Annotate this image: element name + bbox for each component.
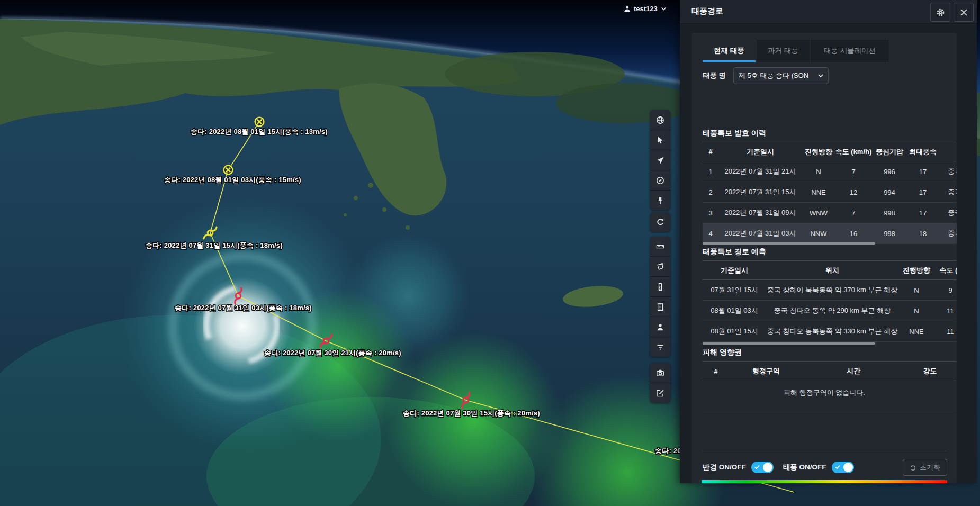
typhoon-select[interactable]: 제 5호 태풍 송다 (SON (733, 67, 829, 84)
tab-bar: 현재 태풍 과거 태풍 태풍 시뮬레이션 (703, 40, 889, 62)
navigation-icon (656, 156, 664, 165)
storm-label: 송다: 2022년 07월 30일 15시(풍속 : 20m/s) (403, 409, 540, 417)
history-table[interactable]: # 기준일시 진행방향 속도 (km/h) 중심기압 최대풍속 12022년 0… (703, 142, 957, 244)
pin-button[interactable] (650, 191, 670, 210)
storm-label: 송다: 2022년 07월 31일 03시(풍속 : 18m/s) (175, 304, 312, 312)
table-row[interactable]: 32022년 07월 31일 09시WNW799817중국 (703, 203, 957, 223)
filter-button[interactable] (650, 337, 670, 357)
filter-icon (656, 343, 664, 351)
radius-toggle[interactable] (751, 462, 774, 473)
panel-content: 현재 태풍 과거 태풍 태풍 시뮬레이션 태풍 명 제 5호 태풍 송다 (SO… (692, 33, 957, 483)
typhoon-name-label: 태풍 명 (703, 71, 733, 80)
polygon-measure-icon (656, 263, 664, 271)
settings-button[interactable] (930, 3, 950, 22)
typhoon-toggle-label: 태풍 ON/OFF (783, 463, 826, 472)
compass-icon (656, 176, 664, 185)
chevron-down-icon (661, 7, 667, 11)
damage-empty-message: 피해 행정구역이 없습니다. (692, 388, 957, 397)
storm-label: 송다: 2022년 08월 01일 15시(풍속 : 13m/s) (191, 128, 328, 135)
cursor-button[interactable] (650, 130, 670, 150)
map-toolbar-group-3 (650, 237, 670, 357)
building-icon (656, 303, 664, 311)
reset-button[interactable]: 초기화 (903, 459, 947, 476)
table-row-selected[interactable]: 42022년 07월 31일 03시NNW1699818중국 (703, 223, 957, 244)
storm-label: 송다: 20 (655, 447, 681, 455)
table-row[interactable]: 08월 01일 03시중국 칭다오 동쪽 약 290 km 부근 해상N11 (703, 301, 957, 321)
ruler-horizontal-button[interactable] (650, 237, 670, 257)
person-button[interactable] (650, 317, 670, 337)
person-icon (656, 323, 664, 331)
forecast-table[interactable]: 기준일시 위치 진행방향 속도 (k 07월 31일 15시중국 상하이 북북동… (703, 260, 957, 342)
refresh-icon (656, 218, 664, 227)
wind-speed-gradient (702, 480, 947, 483)
storm-label: 송다: 2022년 08월 01일 03시(풍속 : 15m/s) (164, 176, 301, 184)
user-icon (624, 5, 631, 12)
building-button[interactable] (650, 297, 670, 317)
panel-header: 태풍경로 (680, 0, 977, 24)
tab-past-typhoon[interactable]: 과거 태풍 (757, 40, 810, 62)
active-tab-underline (703, 60, 756, 62)
close-button[interactable] (954, 3, 974, 22)
panel-title: 태풍경로 (691, 6, 723, 16)
table-row[interactable]: 08월 01일 15시중국 칭다오 동북동쪽 약 330 km 부근 해상NNE… (703, 321, 957, 342)
table-row[interactable]: 07월 31일 15시중국 상하이 북북동쪽 약 370 km 부근 해상N9 (703, 280, 957, 301)
map-toolbar-group-2 (650, 212, 670, 232)
history-section-title: 태풍특보 발효 이력 (703, 129, 766, 138)
polygon-measure-button[interactable] (650, 257, 670, 277)
globe-icon (656, 116, 664, 124)
layer-controls: 반경 ON/OFF 태풍 ON/OFF 초기화 (703, 459, 947, 476)
user-menu[interactable]: test123 (624, 5, 667, 13)
ruler-vertical-button[interactable] (650, 277, 670, 297)
cursor-icon (656, 136, 664, 144)
check-icon (754, 465, 760, 469)
map-toolbar-group-1 (650, 110, 670, 210)
ruler-vertical-icon (656, 283, 664, 291)
forecast-scrollbar[interactable] (703, 342, 875, 345)
history-scrollbar[interactable] (703, 242, 875, 245)
camera-button[interactable] (650, 363, 670, 383)
storm-label: 송다: 2022년 07월 31일 15시(풍속 : 18m/s) (146, 241, 283, 249)
compass-button[interactable] (650, 170, 670, 191)
damage-table: # 행정구역 시간 강도 (703, 361, 957, 381)
radius-toggle-label: 반경 ON/OFF (703, 463, 746, 472)
map-toolbar-group-4 (650, 363, 670, 403)
refresh-button[interactable] (650, 212, 670, 232)
typhoon-toggle[interactable] (832, 462, 854, 473)
typhoon-path-panel: 태풍경로 현재 태풍 과거 태풍 태풍 시뮬레이션 태풍 명 제 5호 태 (680, 0, 977, 483)
storm-cloud (194, 277, 291, 375)
forecast-section-title: 태풍특보 경로 예측 (703, 247, 766, 257)
username: test123 (634, 5, 658, 13)
edit-button[interactable] (650, 383, 670, 403)
ruler-horizontal-icon (656, 242, 664, 251)
table-row[interactable]: 22022년 07월 31일 15시NNE1299417중국 (703, 182, 957, 203)
chevron-down-icon (818, 74, 823, 77)
check-icon (835, 465, 840, 469)
globe-button[interactable] (650, 110, 670, 130)
reset-icon (910, 464, 916, 471)
edit-icon (656, 389, 664, 397)
storm-label: 송다: 2022년 07월 30일 21시(풍속 : 20m/s) (264, 349, 401, 357)
table-row[interactable]: 12022년 07월 31일 21시N799617중국 (703, 161, 957, 182)
camera-icon (656, 369, 664, 377)
navigation-button[interactable] (650, 150, 670, 170)
close-icon (960, 9, 967, 16)
damage-section-title: 피해 영향권 (703, 348, 742, 357)
gear-icon (936, 8, 945, 17)
tab-current-typhoon[interactable]: 현재 태풍 (703, 40, 756, 62)
tab-typhoon-simulation[interactable]: 태풍 시뮬레이션 (811, 40, 889, 62)
pin-icon (656, 196, 664, 205)
